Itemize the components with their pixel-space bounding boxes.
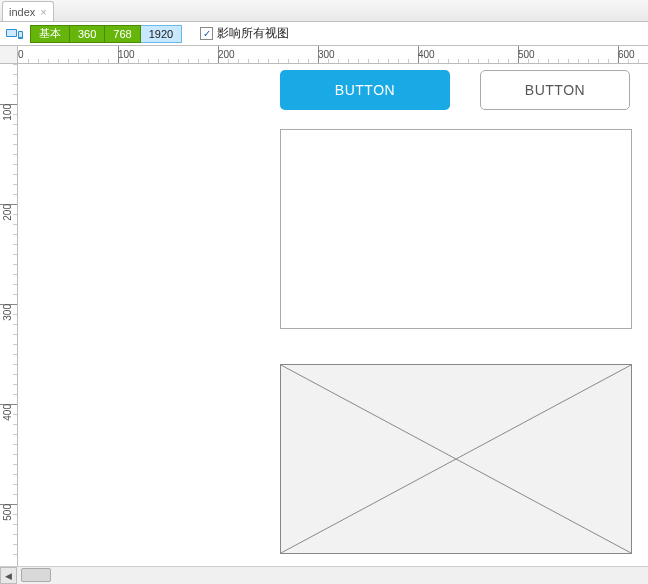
breakpoint-toolbar: 基本 360 768 1920 ✓ 影响所有视图 [0,22,648,46]
scroll-thumb[interactable] [21,568,51,582]
panel-widget[interactable] [280,129,632,329]
scroll-track[interactable] [17,567,648,584]
image-placeholder-widget[interactable] [280,364,632,554]
affect-all-views-checkbox[interactable]: ✓ 影响所有视图 [200,25,289,42]
svg-rect-1 [7,30,16,36]
primary-button-widget[interactable]: BUTTON [280,70,450,110]
ruler-horizontal[interactable]: 0 100 200 300 400 500 600 [18,46,648,64]
breakpoint-360[interactable]: 360 [70,25,105,43]
tab-index[interactable]: index × [2,1,54,21]
tab-label: index [9,6,35,18]
ruler-corner [0,46,18,64]
breakpoint-1920[interactable]: 1920 [141,25,182,43]
ruler-vertical[interactable]: 100 200 300 400 500 [0,64,18,566]
devices-icon[interactable] [6,27,24,41]
checkbox-icon: ✓ [200,27,213,40]
breakpoint-768[interactable]: 768 [105,25,140,43]
breakpoint-basic[interactable]: 基本 [30,25,70,43]
tab-bar: index × [0,0,648,22]
svg-rect-3 [19,32,22,37]
scroll-left-arrow-icon[interactable]: ◀ [0,567,17,584]
close-icon[interactable]: × [40,6,46,18]
affect-all-label: 影响所有视图 [217,25,289,42]
design-canvas[interactable]: BUTTON BUTTON [18,64,648,566]
horizontal-scrollbar[interactable]: ◀ [0,566,648,584]
outline-button-widget[interactable]: BUTTON [480,70,630,110]
workspace: 0 100 200 300 400 500 600 100 200 300 40… [0,46,648,584]
